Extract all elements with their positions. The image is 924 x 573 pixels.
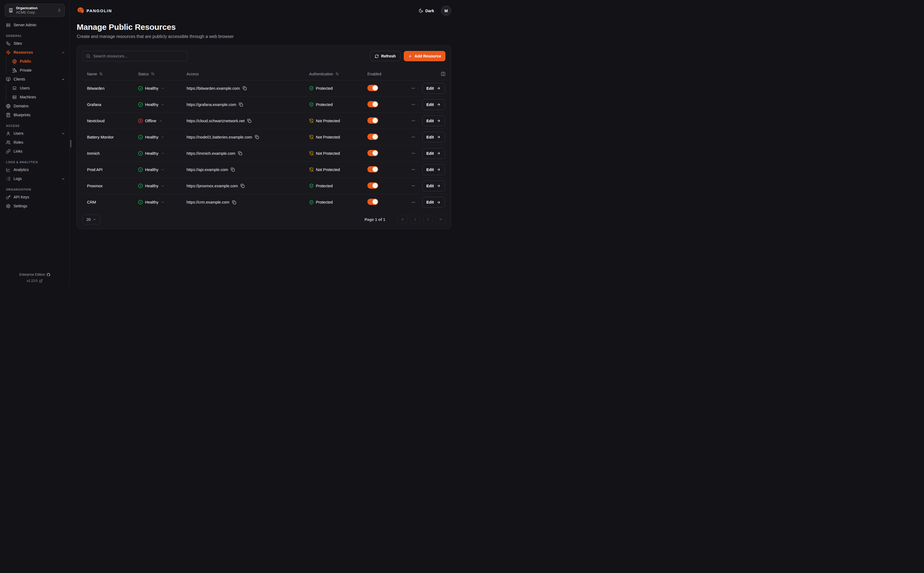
sidebar-item-analytics[interactable]: Analytics	[0, 165, 69, 174]
sidebar-item-label: Domains	[14, 104, 65, 108]
enabled-toggle[interactable]	[367, 166, 378, 172]
sort-icon	[335, 72, 339, 76]
brand[interactable]: PANGOLIN	[77, 7, 112, 14]
column-header-name[interactable]: Name	[82, 72, 138, 76]
edit-button[interactable]: Edit	[422, 99, 445, 110]
edit-button[interactable]: Edit	[422, 116, 445, 126]
edit-button[interactable]: Edit	[422, 164, 445, 175]
sidebar-item-links[interactable]: Links	[0, 147, 69, 156]
auth-cell: Protected	[309, 200, 367, 205]
avatar[interactable]: M	[441, 6, 451, 16]
copy-url-button[interactable]	[247, 119, 251, 123]
edit-button[interactable]: Edit	[422, 148, 445, 159]
copy-icon	[231, 168, 235, 172]
column-header-access[interactable]: Access	[186, 72, 309, 76]
edition-row[interactable]: Enterprise Edition	[19, 273, 50, 277]
column-header-status[interactable]: Status	[138, 72, 186, 76]
enabled-toggle[interactable]	[367, 101, 378, 107]
org-selector[interactable]: Organization ACME Corp.	[5, 4, 65, 17]
ellipsis-icon	[411, 183, 416, 188]
resource-url[interactable]: https://api.example.com	[186, 168, 228, 172]
sidebar-item-resources[interactable]: Resources	[0, 48, 69, 57]
resource-url[interactable]: https://node01.batteries.example.com	[186, 135, 252, 139]
add-resource-button[interactable]: Add Resource	[404, 51, 445, 61]
copy-url-button[interactable]	[241, 184, 244, 188]
resource-url[interactable]: https://proxmox.example.com	[186, 184, 238, 188]
copy-url-button[interactable]	[255, 135, 259, 139]
status-badge[interactable]: Healthy	[138, 151, 186, 156]
edit-button[interactable]: Edit	[422, 83, 445, 94]
row-menu-button[interactable]	[410, 117, 417, 124]
table-toolbar: Refresh Add Resource	[82, 51, 445, 61]
sidebar-item-logs[interactable]: Logs	[0, 174, 69, 183]
resource-url[interactable]: https://grafana.example.com	[186, 102, 236, 107]
sidebar-item-users[interactable]: Users	[0, 129, 69, 138]
status-badge[interactable]: Offline	[138, 119, 186, 123]
row-menu-button[interactable]	[410, 166, 417, 173]
copy-url-button[interactable]	[243, 86, 247, 90]
version-row[interactable]: v1.13.0	[27, 279, 42, 283]
sidebar-item-settings[interactable]: Settings	[0, 202, 69, 211]
column-header-authentication[interactable]: Authentication	[309, 72, 367, 76]
resource-url[interactable]: https://crm.example.com	[186, 200, 229, 204]
copy-url-button[interactable]	[238, 151, 242, 155]
sidebar-subitem-public[interactable]: Public	[6, 57, 69, 66]
enabled-toggle[interactable]	[367, 85, 378, 91]
copy-url-button[interactable]	[239, 102, 243, 106]
access-cell: https://proxmox.example.com	[186, 184, 309, 188]
resource-url[interactable]: https://immich.example.com	[186, 151, 235, 156]
row-actions: Edit	[399, 180, 445, 191]
row-menu-button[interactable]	[410, 150, 417, 157]
resource-url[interactable]: https://cloud.schwartznetwork.net	[186, 119, 244, 123]
prev-page-button[interactable]	[410, 214, 420, 224]
chevron-down-icon	[161, 103, 164, 106]
enabled-toggle[interactable]	[367, 199, 378, 205]
enabled-toggle[interactable]	[367, 150, 378, 156]
row-menu-button[interactable]	[410, 199, 417, 206]
toggle-knob	[373, 199, 378, 204]
enabled-toggle[interactable]	[367, 117, 378, 124]
sidebar-subitem-users[interactable]: Users	[6, 84, 69, 93]
sidebar-item-roles[interactable]: Roles	[0, 138, 69, 147]
page-size-select[interactable]: 20	[82, 214, 100, 224]
status-badge[interactable]: Healthy	[138, 200, 186, 205]
sidebar-item-api-keys[interactable]: API Keys	[0, 193, 69, 202]
column-header-enabled[interactable]: Enabled	[367, 72, 399, 76]
sidebar-scrollbar-thumb[interactable]	[70, 140, 71, 147]
theme-toggle-button[interactable]: Dark	[417, 8, 436, 13]
enabled-toggle[interactable]	[367, 134, 378, 140]
resource-url[interactable]: https://bitwarden.example.com	[186, 86, 240, 91]
row-menu-button[interactable]	[410, 182, 417, 189]
enabled-toggle[interactable]	[367, 182, 378, 189]
sidebar-subitem-private[interactable]: Private	[6, 66, 69, 75]
first-page-button[interactable]	[398, 214, 407, 224]
refresh-button[interactable]: Refresh	[370, 51, 401, 61]
access-cell: https://bitwarden.example.com	[186, 86, 309, 91]
sidebar-subitem-machines[interactable]: Machines	[6, 93, 69, 102]
sidebar-item-clients[interactable]: Clients	[0, 75, 69, 84]
column-visibility-button[interactable]	[399, 72, 445, 76]
copy-url-button[interactable]	[231, 168, 235, 172]
table-row-prod-api: Prod APIHealthyhttps://api.example.comNo…	[82, 161, 445, 178]
status-badge[interactable]: Healthy	[138, 86, 186, 91]
edit-button[interactable]: Edit	[422, 197, 445, 208]
sidebar-item-blueprints[interactable]: Blueprints	[0, 111, 69, 119]
sidebar-item-server-admin[interactable]: Server Admin	[0, 20, 69, 30]
status-badge[interactable]: Healthy	[138, 102, 186, 107]
copy-url-button[interactable]	[232, 200, 236, 204]
plus-icon	[408, 54, 412, 58]
row-menu-button[interactable]	[410, 134, 417, 140]
next-page-button[interactable]	[423, 214, 433, 224]
row-menu-button[interactable]	[410, 101, 417, 108]
status-badge[interactable]: Healthy	[138, 183, 186, 188]
row-menu-button[interactable]	[410, 85, 417, 92]
sidebar-item-domains[interactable]: Domains	[0, 102, 69, 111]
last-page-button[interactable]	[436, 214, 445, 224]
arrow-right-icon	[437, 184, 440, 188]
edit-button[interactable]: Edit	[422, 132, 445, 142]
sidebar-item-sites[interactable]: Sites	[0, 39, 69, 48]
status-badge[interactable]: Healthy	[138, 167, 186, 172]
edit-button[interactable]: Edit	[422, 180, 445, 191]
search-input[interactable]	[93, 54, 184, 58]
status-badge[interactable]: Healthy	[138, 135, 186, 139]
